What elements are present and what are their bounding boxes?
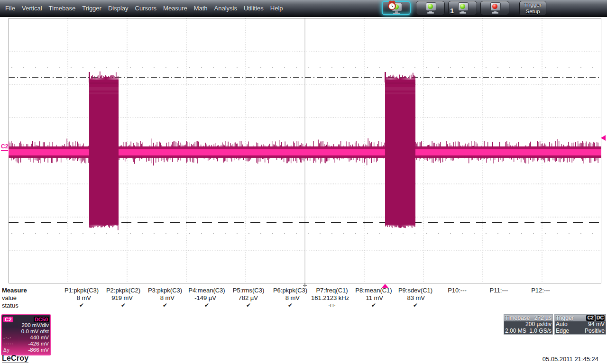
oscilloscope-screen: File Vertical Timebase Trigger Display C… <box>0 0 607 364</box>
trigger-title: Trigger <box>556 315 574 321</box>
timebase-samples: 2.00 MS <box>505 328 526 335</box>
measure-value-label: value <box>2 294 61 302</box>
stop-trigger-button[interactable] <box>480 1 509 15</box>
menu-item-measure[interactable]: Measure <box>163 5 187 12</box>
channel-name-badge: C2 <box>3 317 13 322</box>
measure-param-value: 919 mV <box>102 294 144 302</box>
measure-param-header[interactable]: P6:pkpk(C3) <box>269 287 311 294</box>
measure-table: Measure value status P1:pkpk(C3)8 mV✔P2:… <box>0 287 607 312</box>
cursor-style-glyph: Δy <box>3 347 10 353</box>
cursor-style-glyph: ····· <box>3 341 14 347</box>
channel-trace-label[interactable]: C2 <box>1 144 8 151</box>
measure-param-header[interactable]: P1:pkpk(C3) <box>61 287 102 294</box>
measure-column: P4:mean(C3)-149 µV✔ <box>186 287 228 312</box>
trigger-type: Edge <box>556 328 569 335</box>
measure-param-value: 782 µV <box>228 294 269 302</box>
single-trigger-badge: 1 <box>450 7 454 14</box>
timebase-title: Timebase <box>505 315 530 321</box>
measure-param-value: -149 µV <box>186 294 228 302</box>
measure-row-labels: Measure value status <box>0 287 61 312</box>
measure-param-value: 8 mV <box>144 294 186 302</box>
channel-readout-value: 200 mV/div <box>21 322 49 328</box>
measure-status-check-icon <box>436 302 478 309</box>
waveform-display <box>9 18 601 283</box>
measure-column: P7:freq(C1)161.2123 kHz·⊓· <box>311 287 353 312</box>
measure-param-header[interactable]: P5:rms(C3) <box>228 287 269 294</box>
measure-column: P5:rms(C3)782 µV✔ <box>228 287 269 312</box>
measure-status-check-icon: ✔ <box>61 302 102 309</box>
measure-param-value: 11 mV <box>353 294 395 302</box>
measure-param-header[interactable]: P11:--- <box>478 287 520 294</box>
menu-item-utilities[interactable]: Utilities <box>244 5 264 12</box>
menu-item-display[interactable]: Display <box>108 5 129 12</box>
trigger-setup-button[interactable]: Trigger Setup <box>519 1 546 16</box>
menu-bar: File Vertical Timebase Trigger Display C… <box>0 0 607 17</box>
measure-param-header[interactable]: P3:pkpk(C3) <box>144 287 186 294</box>
trigger-level-marker-icon[interactable] <box>601 135 606 141</box>
measure-param-header[interactable]: P7:freq(C1) <box>311 287 353 294</box>
channel-coupling-badge: DC50 <box>34 317 49 322</box>
measure-column: P2:pkpk(C2)919 mV✔ <box>102 287 144 312</box>
measure-param-header[interactable]: P8:mean(C1) <box>353 287 395 294</box>
measure-param-value: 8 mV <box>269 294 311 302</box>
measure-param-value <box>436 294 478 302</box>
alarm-clock-icon <box>388 2 396 10</box>
trigger-slope: Positive <box>585 328 605 335</box>
measure-status-check-icon: ✔ <box>228 302 269 309</box>
measure-param-value: 83 mV <box>395 294 436 302</box>
datetime-display: 05.05.2011 21:45:24 <box>543 355 598 363</box>
menu-item-analysis[interactable]: Analysis <box>214 5 237 12</box>
lecroy-logo: LeCroy <box>2 355 28 363</box>
normal-trigger-button[interactable] <box>416 1 445 15</box>
measure-status-check-icon: ✔ <box>144 302 186 309</box>
menu-item-help[interactable]: Help <box>270 5 283 12</box>
trigger-box[interactable]: Trigger C2 DC Auto 94 mV Edge Positive <box>554 314 606 335</box>
measure-column: P11:--- <box>478 287 520 312</box>
menu-items: File Vertical Timebase Trigger Display C… <box>5 0 283 17</box>
menu-item-cursors[interactable]: Cursors <box>135 5 157 12</box>
measure-column: P10:--- <box>436 287 478 312</box>
grid-center-tick <box>303 285 307 286</box>
menu-item-timebase[interactable]: Timebase <box>49 5 76 12</box>
measure-param-header[interactable]: P4:mean(C3) <box>186 287 228 294</box>
channel-readout-row: -·-·440 mV <box>3 335 49 341</box>
monitor-red-icon <box>489 2 501 14</box>
trigger-source-badge: C2 <box>586 315 594 321</box>
channel-readout-row: Δy-866 mV <box>3 347 49 353</box>
measure-status-check-icon <box>520 302 561 309</box>
measure-param-value <box>520 294 561 302</box>
measure-column: P8:mean(C1)11 mV✔ <box>353 287 395 312</box>
cursor-style-glyph: -·-· <box>3 335 11 341</box>
timebase-rate: 1.0 GS/s <box>529 328 552 335</box>
monitor-green-icon <box>390 3 403 15</box>
timebase-box[interactable]: Timebase 272 µs 200 µs/div 2.00 MS 1.0 G… <box>504 314 553 335</box>
measure-param-header[interactable]: P9:sdev(C1) <box>395 287 436 294</box>
auto-trigger-button[interactable] <box>382 1 411 15</box>
measure-param-header[interactable]: P2:pkpk(C2) <box>102 287 144 294</box>
measure-status-check-icon: ✔ <box>102 302 144 309</box>
measure-status-check-icon: ✔ <box>269 302 311 309</box>
measure-param-value <box>478 294 520 302</box>
channel-readout-value: 440 mV <box>30 335 49 341</box>
measure-status-check-icon: ✔ <box>353 302 395 309</box>
waveform-grid <box>9 18 601 283</box>
menu-item-vertical[interactable]: Vertical <box>22 5 42 12</box>
menu-item-trigger[interactable]: Trigger <box>82 5 101 12</box>
menu-item-file[interactable]: File <box>5 5 15 12</box>
channel-c2-box[interactable]: C2 DC50 200 mV/div0.0 mV ofst-·-·440 mV·… <box>1 314 51 355</box>
measure-status-check-icon <box>478 302 520 309</box>
measure-label: Measure <box>2 287 61 294</box>
channel-readout-value: 0.0 mV ofst <box>21 328 49 335</box>
measure-column: P6:pkpk(C3)8 mV✔ <box>269 287 311 312</box>
channel-readout-row: ·····-426 mV <box>3 341 49 347</box>
measure-param-header[interactable]: P10:--- <box>436 287 478 294</box>
measure-column: P9:sdev(C1)83 mV✔ <box>395 287 436 312</box>
measure-column: P12:--- <box>520 287 561 312</box>
monitor-green-icon <box>457 2 469 14</box>
measure-status-check-icon: ✔ <box>186 302 228 309</box>
measure-param-header[interactable]: P12:--- <box>520 287 561 294</box>
timebase-scale: 200 µs/div <box>525 321 552 328</box>
single-trigger-button[interactable]: 1 <box>448 1 477 15</box>
measure-param-value: 8 mV <box>61 294 102 302</box>
menu-item-math[interactable]: Math <box>194 5 208 12</box>
